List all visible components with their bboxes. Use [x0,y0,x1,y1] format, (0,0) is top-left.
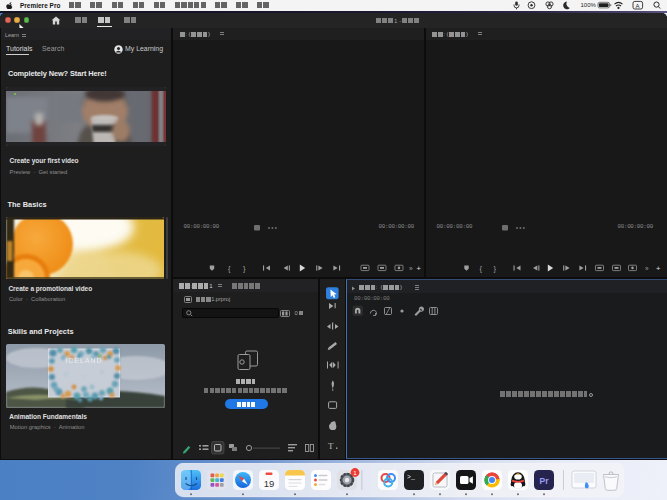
svg-text:+: + [656,264,660,273]
svg-text:+: + [416,264,420,273]
svg-text:{: { [228,264,231,273]
svg-text:ICELAND: ICELAND [65,356,102,363]
svg-text:»: » [645,265,649,272]
svg-text:100%: 100% [581,2,597,8]
svg-text:A: A [636,3,640,9]
svg-text:Pr: Pr [540,476,550,486]
svg-text:}: } [243,264,246,273]
svg-text:{: { [479,264,482,273]
svg-text:»: » [409,265,413,272]
svg-text:T: T [328,441,334,451]
svg-text:19: 19 [264,478,275,489]
svg-text:1: 1 [353,469,357,476]
svg-text:>_: >_ [407,474,415,481]
svg-text:}: } [493,264,496,273]
